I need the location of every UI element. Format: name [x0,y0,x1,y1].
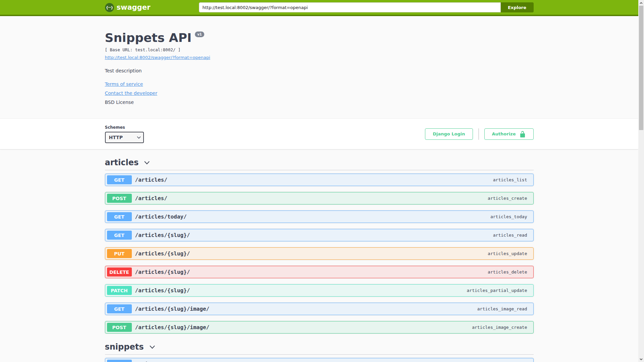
operation-id: articles_create [488,196,531,201]
section-title: articles [105,158,139,167]
operations-list: GET /snippets/ snippets_list [105,358,534,362]
scroll-up-icon [640,2,643,4]
django-login-button[interactable]: Django Login [425,128,473,140]
operation-row[interactable]: PATCH /articles/{slug}/ articles_partial… [105,284,534,297]
operation-id: articles_read [493,233,532,238]
operation-row[interactable]: GET /articles/{slug}/image/ articles_ima… [105,303,534,315]
method-badge: GET [107,212,132,221]
operation-path: /articles/ [135,195,167,201]
operation-path: /articles/{slug}/ [135,232,190,238]
operation-path: /articles/{slug}/ [135,250,190,257]
explore-form: Explore [199,2,534,12]
authorize-button[interactable]: Authorize [484,128,534,140]
api-tag-section: articles GET /articles/ articles_list PO… [105,158,534,334]
operation-id: articles_update [488,251,531,256]
api-info-section: Snippets API v1 [ Base URL: test.local:8… [0,16,638,118]
operation-id: articles_today [490,214,532,219]
terms-of-service-link[interactable]: Terms of service [105,81,143,87]
sections-container: articles GET /articles/ articles_list PO… [105,158,534,362]
operation-id: articles_image_read [477,306,532,311]
method-badge: POST [107,323,132,332]
operation-path: /articles/ [135,177,167,183]
scrollbar-down-button[interactable] [638,356,644,362]
operation-id: articles_image_create [472,325,531,330]
base-url-text: [ Base URL: test.local:8002/ ] [105,47,534,52]
swagger-ui-page: {···} swagger Explore Snippets API v1 [ … [0,0,638,362]
operation-row[interactable]: POST /articles/{slug}/image/ articles_im… [105,321,534,334]
explore-button[interactable]: Explore [501,2,534,12]
swagger-logo-icon: {···} [105,3,114,12]
method-badge: GET [107,231,132,240]
scheme-container: Schemes HTTP Django Login Authorize [0,118,638,149]
method-badge: GET [107,175,132,184]
operation-path: /articles/{slug}/image/ [135,324,210,330]
scroll-down-icon [640,358,643,360]
auth-wrapper: Django Login Authorize [425,128,533,140]
topbar: {···} swagger Explore [0,0,638,16]
method-badge: PUT [107,249,132,258]
operation-row[interactable]: GET /articles/ articles_list [105,174,534,186]
section-header[interactable]: articles [105,158,534,170]
operation-row[interactable]: GET /articles/today/ articles_today [105,210,534,223]
auth-divider [478,128,479,140]
api-title-text: Snippets API [105,31,192,45]
operation-id: articles_list [493,177,532,182]
spec-url-input[interactable] [199,2,501,12]
operation-path: /articles/{slug}/ [135,287,190,294]
operation-row[interactable]: GET /articles/{slug}/ articles_read [105,229,534,241]
spec-link[interactable]: http://test.local:8002/swagger/?format=o… [105,55,210,60]
operation-row[interactable]: DELETE /articles/{slug}/ articles_delete [105,266,534,278]
schemes-select[interactable]: HTTP [105,132,144,143]
vertical-scrollbar[interactable] [638,0,644,362]
chevron-down-icon[interactable] [149,343,156,351]
operation-row[interactable]: POST /articles/ articles_create [105,192,534,204]
api-tag-section: snippets GET /snippets/ snippets_list [105,342,534,362]
version-badge: v1 [195,32,204,37]
method-badge: POST [107,194,132,203]
chevron-down-icon[interactable] [143,159,151,166]
operation-id: articles_delete [488,269,531,275]
operation-path: /articles/today/ [135,214,187,220]
scrollbar-up-button[interactable] [638,0,644,6]
schemes-label: Schemes [105,125,144,130]
method-badge: DELETE [107,267,132,277]
schemes-select-wrap: HTTP [105,132,144,143]
schemes-block: Schemes HTTP [105,125,144,143]
license-text: BSD License [105,100,534,105]
method-badge: PATCH [107,286,132,295]
unlocked-padlock-icon [519,131,526,137]
scrollbar-thumb[interactable] [639,6,643,130]
swagger-logo[interactable]: {···} swagger [105,3,151,12]
operation-row[interactable]: GET /snippets/ snippets_list [105,358,534,362]
section-header[interactable]: snippets [105,342,534,355]
brand-name: swagger [117,3,151,11]
operation-path: /articles/{slug}/image/ [135,306,210,312]
page-title: Snippets API v1 [105,31,534,45]
method-badge: GET [107,360,132,362]
operation-path: /articles/{slug}/ [135,269,190,275]
method-badge: GET [107,304,132,313]
operations-list: GET /articles/ articles_list POST /artic… [105,174,534,334]
operation-row[interactable]: PUT /articles/{slug}/ articles_update [105,247,534,260]
section-title: snippets [105,342,144,352]
api-description: Test description [105,68,534,73]
operation-id: articles_partial_update [467,288,531,293]
authorize-button-label: Authorize [492,131,516,136]
contact-developer-link[interactable]: Contact the developer [105,90,157,96]
